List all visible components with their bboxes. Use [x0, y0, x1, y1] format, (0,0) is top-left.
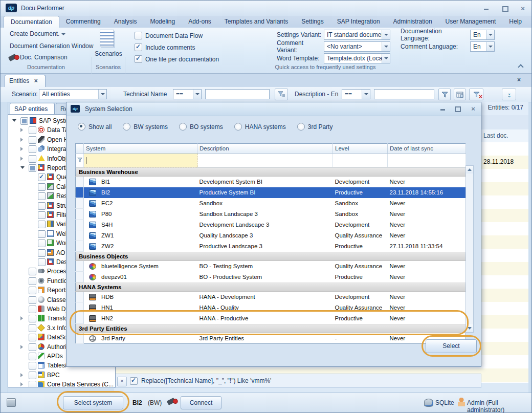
expander-open-icon[interactable]	[20, 166, 25, 169]
radio-button-icon[interactable]	[123, 123, 130, 131]
tree-checkbox[interactable]	[20, 117, 28, 125]
ribbon-tab-documentation[interactable]: Documentation	[4, 16, 59, 28]
tree-checkbox[interactable]	[38, 202, 46, 210]
technical-name-input[interactable]	[205, 89, 270, 99]
clear-filter-button[interactable]: ×	[469, 89, 483, 100]
radio-button-icon[interactable]	[297, 123, 305, 131]
dropdown-arrow-icon[interactable]	[486, 30, 494, 39]
scenario-select[interactable]: All entities	[39, 89, 107, 99]
system-row-deepzv01[interactable]: deepzv01BO - Productive SystemProductive…	[76, 272, 466, 282]
dropdown-arrow-icon[interactable]	[382, 42, 390, 51]
tree-checkbox[interactable]	[38, 249, 46, 257]
dropdown-arrow-icon[interactable]	[193, 90, 201, 99]
dialog-maximize-button[interactable]	[452, 105, 463, 113]
tree-checkbox[interactable]	[29, 353, 36, 360]
ribbon-tab-modeling[interactable]: Modeling	[143, 16, 182, 28]
option-document-data-flow[interactable]: Document Data Flow	[135, 30, 219, 41]
system-row-3rd-party[interactable]: 3rd Party3rd Party Entities-Never	[76, 333, 466, 344]
radio-button-icon[interactable]	[234, 123, 242, 131]
scroll-up-button[interactable]	[466, 166, 473, 173]
dialog-minimize-button[interactable]	[437, 105, 448, 113]
dropdown-arrow-icon[interactable]	[98, 90, 106, 99]
description-operator-select[interactable]: ==	[342, 89, 370, 99]
maximize-button[interactable]	[500, 5, 511, 12]
system-row-zw2[interactable]: ZW2Productive Landscape 3Productive27.11…	[76, 241, 466, 252]
ribbon-tab-commenting[interactable]: Commenting	[59, 16, 107, 28]
tree-checkbox[interactable]	[29, 362, 36, 369]
ribbon-tab-help[interactable]: Help	[502, 16, 528, 28]
filter-cell[interactable]	[197, 154, 333, 167]
column-header-description[interactable]: Description	[197, 144, 333, 154]
system-filter-cell[interactable]	[84, 154, 197, 167]
checkbox-icon[interactable]	[135, 32, 142, 39]
dialog-title-bar[interactable]: dp System Selection ×	[66, 102, 481, 116]
system-row-bluetelligence-system[interactable]: bluetelligence SystemBO - Testing System…	[76, 261, 466, 272]
ribbon-tab-templates-and-variants[interactable]: Templates and Variants	[218, 16, 295, 28]
setting-select[interactable]: Template.dotx (Local)	[324, 53, 390, 63]
expand-filter-button[interactable]: ⌄⌄	[502, 89, 516, 100]
ribbon-tab-sap-integration[interactable]: SAP Integration	[330, 16, 387, 28]
ribbon-tab-settings[interactable]: Settings	[295, 16, 330, 28]
connect-button[interactable]: Connect	[181, 396, 221, 409]
setting-select[interactable]: En	[470, 30, 495, 40]
radio-bo-systems[interactable]: BO systems	[179, 123, 223, 131]
dropdown-arrow-icon[interactable]	[382, 30, 390, 39]
tree-checkbox[interactable]	[38, 230, 46, 238]
scenarios-button[interactable]: Scenarios	[93, 50, 124, 57]
select-button[interactable]: Select	[426, 339, 477, 353]
document-generation-window-button[interactable]: Document Generation Window	[10, 42, 93, 50]
column-header-level[interactable]: Level	[333, 144, 388, 154]
radio-bw-systems[interactable]: BW systems	[123, 123, 168, 131]
system-row-ec2[interactable]: EC2SandboxSandboxNever	[76, 198, 466, 209]
column-header-date-of-last-sync[interactable]: Date of last sync	[388, 144, 466, 154]
ribbon-tab-analysis[interactable]: Analysis	[107, 16, 144, 28]
expander-closed-icon[interactable]	[20, 157, 23, 161]
expander-closed-icon[interactable]	[20, 316, 23, 320]
tree-checkbox[interactable]	[38, 173, 46, 181]
tree-checkbox[interactable]	[29, 343, 36, 351]
system-row-bi2[interactable]: BI2Productive System BIProductive23.11.2…	[76, 187, 466, 198]
expander-closed-icon[interactable]	[20, 373, 23, 377]
tree-checkbox[interactable]	[29, 372, 36, 379]
column-header-system[interactable]: System	[84, 144, 197, 154]
radio-hana-systems[interactable]: HANA systems	[234, 123, 286, 131]
expander-closed-icon[interactable]	[20, 382, 23, 386]
tree-checkbox[interactable]	[38, 240, 46, 247]
tree-checkbox[interactable]	[29, 155, 36, 163]
dialog-close-button[interactable]: ×	[468, 105, 479, 113]
table-scrollbar[interactable]	[465, 165, 474, 333]
tree-checkbox[interactable]	[38, 211, 46, 219]
tree-item-bpc[interactable]: BPC	[8, 371, 115, 380]
radio-button-icon[interactable]	[78, 123, 85, 131]
tree-checkbox[interactable]	[38, 258, 46, 266]
tree-checkbox[interactable]	[29, 324, 36, 332]
tab-entities[interactable]: Entities ×	[5, 75, 46, 87]
tree-checkbox[interactable]	[38, 221, 46, 228]
tree-checkbox[interactable]	[29, 145, 36, 153]
tree-checkbox[interactable]	[38, 192, 46, 200]
radio-button-icon[interactable]	[179, 123, 187, 131]
radio-3rd-party[interactable]: 3rd Party	[297, 123, 333, 131]
tree-item-core-data-services-c[interactable]: Core Data Services (C...	[8, 380, 115, 387]
expander-open-icon[interactable]	[12, 119, 16, 122]
system-row-zw1[interactable]: ZW1Quality Landscape 3Quality AssuranceN…	[76, 230, 466, 241]
tree-checkbox[interactable]	[29, 126, 36, 134]
system-row-s4h[interactable]: S4HDevelopment Landscape 3DevelopmentNev…	[76, 220, 466, 230]
ribbon-tab-add-ons[interactable]: Add-ons	[182, 16, 218, 28]
filter-window-button[interactable]	[454, 89, 466, 100]
expander-closed-icon[interactable]	[20, 128, 23, 132]
ribbon-tab-administration[interactable]: Administration	[387, 16, 439, 28]
panel-close-icon[interactable]: ×	[517, 76, 521, 83]
collapse-ribbon-button[interactable]	[515, 63, 526, 71]
doc-comparison-button[interactable]: Doc. Comparison	[20, 54, 68, 61]
ribbon-tab-user-management[interactable]: User Management	[439, 16, 503, 28]
apply-filter-button[interactable]	[438, 89, 451, 100]
tree-checkbox[interactable]	[29, 268, 36, 275]
tree-checkbox[interactable]	[29, 136, 36, 144]
tab-close-icon[interactable]: ×	[34, 77, 38, 84]
checkbox-icon[interactable]	[135, 55, 142, 63]
description-input[interactable]	[374, 89, 434, 99]
tree-checkbox[interactable]	[29, 296, 36, 304]
filter-cell[interactable]	[388, 154, 466, 167]
tree-checkbox[interactable]	[29, 287, 36, 294]
